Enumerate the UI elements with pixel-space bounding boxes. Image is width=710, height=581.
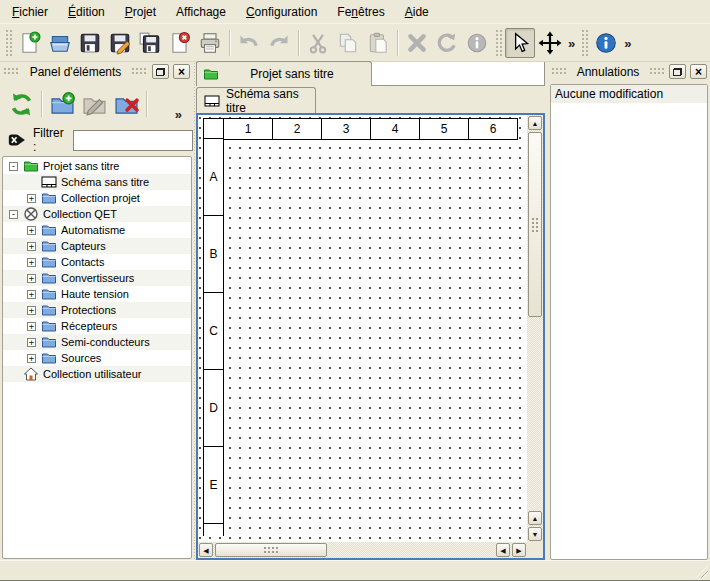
scroll-left-button[interactable]: ◀: [199, 543, 213, 557]
resize-grip-icon[interactable]: [695, 565, 708, 578]
tree-item-schema-sans-titre[interactable]: Schéma sans titre: [3, 174, 191, 190]
menu-configuration[interactable]: Configuration: [236, 1, 327, 23]
close-file-button[interactable]: [165, 28, 195, 58]
copy-icon: [336, 31, 360, 55]
close-icon: [695, 65, 702, 79]
tab-projet-sans-titre[interactable]: Projet sans titre: [196, 61, 372, 86]
select-mode-button[interactable]: [505, 28, 535, 58]
elements-panel-titlebar[interactable]: Panel d'éléments: [0, 62, 193, 81]
delete-icon: [405, 31, 429, 55]
scrollbar-corner: [527, 542, 543, 558]
tree-item-label: Haute tension: [61, 288, 129, 300]
save-as-button[interactable]: [105, 28, 135, 58]
tree-item-recepteurs[interactable]: + Récepteurs: [3, 318, 191, 334]
horizontal-scroll-thumb[interactable]: [215, 543, 327, 557]
vertical-scroll-thumb[interactable]: [528, 132, 542, 317]
tree-item-collection-qet[interactable]: - Collection QET: [3, 206, 191, 222]
tree-item-sources[interactable]: + Sources: [3, 350, 191, 366]
tree-item-capteurs[interactable]: + Capteurs: [3, 238, 191, 254]
tree-item-label: Semi-conducteurs: [61, 336, 150, 348]
tab-schema-sans-titre[interactable]: Schéma sans titre: [196, 87, 316, 113]
print-button[interactable]: [195, 28, 225, 58]
expand-expander-icon[interactable]: +: [27, 322, 36, 331]
paste-button[interactable]: [363, 28, 393, 58]
collapse-expander-icon[interactable]: -: [9, 210, 18, 219]
expand-expander-icon[interactable]: +: [27, 306, 36, 315]
expand-expander-icon[interactable]: +: [27, 242, 36, 251]
tree-item-haute-tension[interactable]: + Haute tension: [3, 286, 191, 302]
tree-item-convertisseurs[interactable]: + Convertisseurs: [3, 270, 191, 286]
qelectrotech-window: Fichier Édition Projet Affichage Configu…: [0, 0, 710, 581]
cut-button[interactable]: [303, 28, 333, 58]
tree-item-automatisme[interactable]: + Automatisme: [3, 222, 191, 238]
expand-expander-icon[interactable]: +: [27, 290, 36, 299]
expand-expander-icon[interactable]: +: [27, 226, 36, 235]
row-header: A: [203, 138, 224, 216]
menu-fichier[interactable]: Fichier: [2, 1, 58, 23]
rotate-button[interactable]: [432, 28, 462, 58]
save-all-button[interactable]: [135, 28, 165, 58]
expand-expander-icon[interactable]: +: [27, 274, 36, 283]
expand-expander-icon[interactable]: +: [27, 338, 36, 347]
undo-history-list: Aucune modification: [550, 84, 708, 560]
expand-expander-icon[interactable]: +: [27, 194, 36, 203]
tree-item-semi-conducteurs[interactable]: + Semi-conducteurs: [3, 334, 191, 350]
scroll-up-button-bottom[interactable]: ▲: [528, 511, 542, 525]
menu-projet[interactable]: Projet: [115, 1, 166, 23]
toolbar-drag-handle[interactable]: [495, 29, 502, 57]
redo-icon: [267, 31, 291, 55]
clear-filter-icon[interactable]: [7, 130, 27, 150]
panel-overflow-chevron[interactable]: »: [172, 107, 185, 126]
copy-button[interactable]: [333, 28, 363, 58]
reload-collections-button[interactable]: [5, 88, 37, 120]
expand-expander-icon[interactable]: +: [27, 354, 36, 363]
move-mode-button[interactable]: [535, 28, 565, 58]
schema-tab-bar: Schéma sans titre: [196, 86, 545, 113]
toolbar-overflow-chevron[interactable]: »: [565, 36, 578, 51]
annulations-panel-titlebar[interactable]: Annulations: [548, 62, 710, 81]
menu-edition[interactable]: Édition: [58, 1, 115, 23]
scroll-right-button[interactable]: ▶: [512, 543, 526, 557]
menu-affichage[interactable]: Affichage: [166, 1, 236, 23]
filter-input[interactable]: [73, 130, 193, 151]
delete-button[interactable]: [402, 28, 432, 58]
tree-item-label: Capteurs: [61, 240, 106, 252]
schema-canvas[interactable]: 1 2 3 4 5 6 A B C D E: [198, 115, 527, 542]
toolbar-overflow-chevron[interactable]: »: [621, 36, 634, 51]
dock-close-button[interactable]: [173, 64, 190, 79]
undo-list-item[interactable]: Aucune modification: [551, 85, 707, 103]
scroll-down-button[interactable]: ▼: [528, 527, 542, 541]
tree-item-projet-sans-titre[interactable]: - Projet sans titre: [3, 158, 191, 174]
element-info-button[interactable]: [462, 28, 492, 58]
toolbar-drag-handle[interactable]: [5, 29, 12, 57]
delete-category-button[interactable]: [110, 88, 142, 120]
new-category-button[interactable]: [46, 88, 78, 120]
menu-aide[interactable]: Aide: [395, 1, 439, 23]
new-document-button[interactable]: [15, 28, 45, 58]
tree-item-label: Collection QET: [43, 208, 117, 220]
undo-button[interactable]: [234, 28, 264, 58]
edit-category-button[interactable]: [78, 88, 110, 120]
save-button[interactable]: [75, 28, 105, 58]
tree-item-collection-projet[interactable]: + Collection projet: [3, 190, 191, 206]
toolbar-drag-handle[interactable]: [581, 29, 588, 57]
redo-button[interactable]: [264, 28, 294, 58]
dock-float-button[interactable]: [669, 64, 686, 79]
expand-expander-icon[interactable]: +: [27, 258, 36, 267]
row-header: B: [203, 215, 224, 293]
menu-fenetres[interactable]: Fenêtres: [327, 1, 394, 23]
dock-float-button[interactable]: [152, 64, 169, 79]
dock-close-button[interactable]: [690, 64, 707, 79]
tree-item-protections[interactable]: + Protections: [3, 302, 191, 318]
blue-folder-icon: [41, 334, 57, 350]
vertical-scrollbar[interactable]: ▲ ▲ ▼: [527, 115, 543, 542]
collapse-expander-icon[interactable]: -: [9, 162, 18, 171]
horizontal-scrollbar[interactable]: ◀ ◀ ▶: [198, 542, 527, 558]
tree-item-collection-utilisateur[interactable]: Collection utilisateur: [3, 366, 191, 382]
open-document-button[interactable]: [45, 28, 75, 58]
about-qet-button[interactable]: [591, 28, 621, 58]
scroll-left-button-right[interactable]: ◀: [496, 543, 510, 557]
row-headers: A B C D E: [203, 139, 224, 536]
tree-item-contacts[interactable]: + Contacts: [3, 254, 191, 270]
scroll-up-button[interactable]: ▲: [528, 116, 542, 130]
